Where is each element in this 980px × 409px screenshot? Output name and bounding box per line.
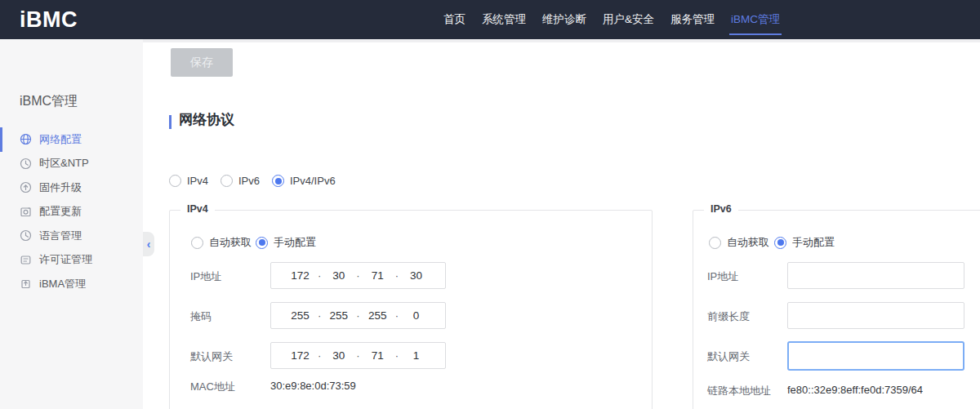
- octet-value: 0: [399, 309, 434, 322]
- header-shadow-strip: [143, 39, 980, 42]
- radio-unselected-icon: [191, 237, 203, 249]
- nav-item-system[interactable]: 系统管理: [482, 0, 526, 39]
- sidebar-item-timezone-ntp[interactable]: 时区&NTP: [0, 152, 143, 176]
- ipv6-manual-config-option[interactable]: 手动配置: [774, 235, 835, 250]
- protocol-option-label: IPv4: [187, 175, 208, 187]
- top-nav: 首页 系统管理 维护诊断 用户&安全 服务管理 iBMC管理: [443, 0, 780, 39]
- protocol-option-label: IPv6: [238, 175, 260, 187]
- mac-address-label: MAC地址: [190, 380, 235, 394]
- ipv4-ip-label: IP地址: [190, 269, 221, 284]
- mode-option-label: 自动获取: [209, 235, 252, 250]
- octet-value: 255: [360, 309, 395, 322]
- octet-value: 71: [360, 269, 395, 282]
- active-item-indicator: [0, 127, 2, 152]
- config-update-icon: [20, 206, 32, 218]
- mode-option-label: 手动配置: [792, 235, 835, 250]
- sidebar-item-label: 配置更新: [39, 204, 82, 219]
- ipv4-auto-obtain-option[interactable]: 自动获取: [191, 235, 252, 250]
- radio-selected-icon: [272, 175, 284, 187]
- ipv4-ip-address-input[interactable]: 172 · 30 · 71 · 30: [270, 262, 446, 289]
- sidebar-item-label: 许可证管理: [39, 252, 92, 267]
- ipv6-prefix-length-label: 前缀长度: [707, 309, 750, 324]
- octet-value: 30: [321, 269, 356, 282]
- sidebar-item-ibma-management[interactable]: iBMA管理: [0, 272, 143, 296]
- octet-value: 30: [399, 269, 434, 282]
- ipv6-default-gateway-input[interactable]: [787, 341, 964, 371]
- ibmc-management-page: iBMC 首页 系统管理 维护诊断 用户&安全 服务管理 iBMC管理 iBMC…: [0, 0, 980, 409]
- sidebar-menu: 网络配置 时区&NTP 固件升级 配置更新: [0, 127, 143, 296]
- sidebar-title: iBMC管理: [20, 93, 78, 110]
- sidebar-item-firmware-upgrade[interactable]: 固件升级: [0, 176, 143, 200]
- ipv4-group: IPv4 自动获取 手动配置 IP地址 172 · 30 · 71 · 30 掩…: [169, 210, 653, 409]
- ipv4-subnet-mask-input[interactable]: 255 · 255 · 255 · 0: [270, 302, 446, 329]
- octet-value: 255: [283, 309, 318, 322]
- sidebar-item-label: 固件升级: [39, 180, 82, 195]
- top-header: iBMC 首页 系统管理 维护诊断 用户&安全 服务管理 iBMC管理: [0, 0, 980, 39]
- nav-item-label: iBMC管理: [731, 13, 780, 25]
- sidebar: iBMC管理 网络配置 时区&NTP 固件升级: [0, 39, 143, 409]
- sidebar-item-config-update[interactable]: 配置更新: [0, 200, 143, 225]
- radio-selected-icon: [774, 237, 786, 249]
- section-title: 网络协议: [179, 110, 234, 129]
- sidebar-item-label: 网络配置: [39, 132, 82, 147]
- language-globe-icon: [20, 229, 32, 242]
- ipv6-ip-label: IP地址: [707, 269, 738, 284]
- nav-item-ibmc-management[interactable]: iBMC管理: [731, 0, 780, 39]
- ipv6-group: IPv6 自动获取 手动配置 IP地址 前缀长度 默认网关 链路本地地址 fe8…: [693, 210, 980, 409]
- link-local-address-value: fe80::32e9:8eff:fe0d:7359/64: [787, 384, 923, 396]
- octet-value: 1: [399, 349, 434, 362]
- ipv4-group-legend: IPv4: [180, 203, 215, 215]
- link-local-address-label: 链路本地地址: [707, 384, 771, 398]
- radio-unselected-icon: [709, 237, 721, 249]
- chevron-left-icon: ‹: [147, 238, 151, 250]
- ipv4-mask-label: 掩码: [190, 309, 212, 324]
- license-icon: [20, 254, 32, 266]
- ibmc-logo: iBMC: [20, 7, 78, 33]
- protocol-option-ipv4[interactable]: IPv4: [169, 175, 208, 187]
- protocol-option-ipv6[interactable]: IPv6: [220, 175, 260, 187]
- timezone-clock-icon: [20, 158, 32, 170]
- ipv6-auto-obtain-option[interactable]: 自动获取: [709, 235, 769, 250]
- ipv6-gateway-label: 默认网关: [707, 349, 750, 364]
- radio-selected-icon: [256, 237, 268, 249]
- mac-address-value: 30:e9:8e:0d:73:59: [270, 380, 356, 392]
- nav-item-home[interactable]: 首页: [443, 0, 466, 39]
- ipv4-manual-config-option[interactable]: 手动配置: [256, 235, 316, 250]
- nav-item-maintenance[interactable]: 维护诊断: [542, 0, 586, 39]
- octet-value: 255: [321, 309, 356, 322]
- active-nav-underline: [729, 33, 782, 35]
- octet-value: 71: [360, 349, 395, 362]
- nav-item-services[interactable]: 服务管理: [670, 0, 715, 39]
- octet-value: 172: [283, 349, 318, 362]
- sidebar-item-network-config[interactable]: 网络配置: [0, 127, 143, 152]
- firmware-upgrade-icon: [20, 181, 32, 193]
- mode-option-label: 手动配置: [274, 235, 316, 250]
- mode-option-label: 自动获取: [727, 235, 769, 250]
- sidebar-item-label: 时区&NTP: [39, 156, 89, 171]
- section-title-accent-bar: [169, 115, 172, 129]
- ibma-box-icon: [20, 278, 32, 290]
- ipv4-default-gateway-input[interactable]: 172 · 30 · 71 · 1: [270, 342, 446, 369]
- network-globe-icon: [20, 133, 32, 145]
- save-button[interactable]: 保存: [171, 48, 233, 77]
- sidebar-item-label: iBMA管理: [39, 277, 86, 291]
- sidebar-item-label: 语言管理: [39, 229, 82, 243]
- ipv6-prefix-length-input[interactable]: [787, 302, 964, 329]
- octet-value: 172: [283, 269, 318, 282]
- sidebar-item-license-management[interactable]: 许可证管理: [0, 248, 143, 273]
- sidebar-collapse-button[interactable]: ‹: [143, 232, 154, 256]
- ipv4-gateway-label: 默认网关: [190, 349, 233, 364]
- ipv6-ip-address-input[interactable]: [787, 262, 964, 289]
- ipv6-group-legend: IPv6: [704, 203, 738, 215]
- octet-value: 30: [321, 349, 356, 362]
- protocol-option-ipv4-ipv6[interactable]: IPv4/IPv6: [272, 175, 336, 187]
- radio-unselected-icon: [220, 175, 233, 187]
- sidebar-item-language-management[interactable]: 语言管理: [0, 224, 143, 248]
- protocol-option-label: IPv4/IPv6: [290, 175, 336, 187]
- radio-unselected-icon: [169, 175, 181, 187]
- nav-item-user-security[interactable]: 用户&安全: [603, 0, 654, 39]
